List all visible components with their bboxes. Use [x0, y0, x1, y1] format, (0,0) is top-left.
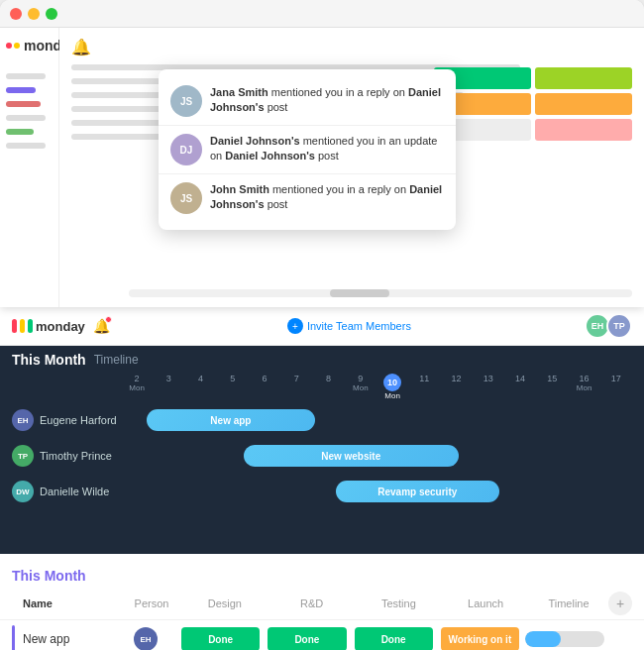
monday-logo-icon: [6, 43, 20, 49]
row-launch-new-app[interactable]: Working on it: [441, 627, 519, 650]
date-2: 2Mon: [121, 374, 153, 400]
app-bar: monday 🔔 + Invite Team Members EH TP: [0, 307, 644, 346]
notification-dropdown: JS Jana Smith mentioned you in a reply o…: [159, 69, 456, 230]
date-7: 7: [280, 374, 312, 400]
person-avatar-eugene: EH: [12, 409, 34, 431]
browser-window: monday 🔔: [0, 0, 644, 307]
grid-row-3: [434, 119, 632, 141]
timeline-subtitle: Timeline: [94, 353, 139, 367]
plus-circle-icon: +: [287, 318, 303, 334]
table-column-headers: Name Person Design R&D Testing Launch Ti…: [0, 588, 644, 620]
sidebar-logo-area: monday: [6, 38, 53, 54]
grid-cell-pink-1: [535, 119, 632, 141]
row-accent-new-app: [12, 625, 15, 650]
grid-cell-lightgreen-1: [535, 67, 632, 89]
sidebar-nav-3[interactable]: [6, 101, 41, 107]
col-header-plus[interactable]: +: [608, 592, 632, 615]
table-rows: New app EH Done Done Done Working on it …: [0, 620, 644, 650]
row-testing-new-app[interactable]: Done: [355, 627, 433, 650]
col-header-testing: Testing: [356, 597, 443, 609]
maximize-dot[interactable]: [46, 8, 57, 20]
app-main: 🔔: [59, 28, 644, 307]
timeline-month-label: This Month: [12, 352, 86, 368]
col-header-timeline: Timeline: [529, 597, 608, 609]
date-14: 14: [504, 374, 536, 400]
table-section: This Month Name Person Design R&D Testin…: [0, 554, 644, 650]
timeline-bar-new-app[interactable]: New app: [147, 409, 315, 431]
person-timothy: TP Timothy Prince: [12, 445, 121, 467]
add-column-button[interactable]: +: [608, 592, 632, 615]
status-grid: [434, 67, 632, 145]
row-timeline-new-app: [525, 631, 604, 647]
person-name-danielle: Danielle Wilde: [40, 486, 109, 497]
grid-row-2: [434, 93, 632, 115]
timeline-bar-area-2: New website: [121, 442, 632, 470]
col-header-design: Design: [181, 597, 268, 609]
scroll-thumb[interactable]: [330, 289, 389, 297]
timeline-bar-area-3: Revamp security: [121, 478, 632, 505]
date-3: 3: [153, 374, 184, 400]
sidebar-nav-2[interactable]: [6, 87, 36, 93]
app-bar-logo-text: monday: [36, 319, 85, 334]
person-eugene: EH Eugene Harford: [12, 409, 121, 431]
col-header-person: Person: [122, 597, 181, 609]
monday-logo-small: monday: [12, 319, 85, 334]
logo-bar-green: [28, 319, 33, 333]
invite-team-button[interactable]: + Invite Team Members: [287, 318, 411, 334]
timeline-bar-new-website[interactable]: New website: [244, 445, 459, 467]
date-4: 4: [185, 374, 217, 400]
sidebar-nav-5[interactable]: [6, 129, 34, 135]
notif-text-2: Daniel Johnson's mentioned you in an upd…: [210, 134, 444, 164]
bottom-section: monday 🔔 + Invite Team Members EH TP Thi…: [0, 307, 644, 650]
timeline-row-3: DW Danielle Wilde Revamp security: [12, 478, 632, 505]
browser-content: monday 🔔: [0, 28, 644, 307]
notification-item-2[interactable]: DJ Daniel Johnson's mentioned you in an …: [159, 126, 456, 174]
timeline-bar-revamp-security[interactable]: Revamp security: [336, 481, 499, 502]
person-avatar-danielle: DW: [12, 481, 34, 502]
notif-text-3: John Smith mentioned you in a reply on D…: [210, 182, 444, 213]
col-header-name: Name: [23, 597, 122, 609]
user-avatar-2: TP: [606, 313, 632, 339]
notification-item-1[interactable]: JS Jana Smith mentioned you in a reply o…: [159, 77, 456, 126]
notif-avatar-2: DJ: [170, 134, 202, 165]
col-header-rnd: R&D: [268, 597, 356, 609]
date-9: 9Mon: [345, 374, 376, 400]
notification-item-3[interactable]: JS John Smith mentioned you in a reply o…: [159, 174, 456, 222]
close-dot[interactable]: [10, 8, 22, 20]
person-avatar-row-1: EH: [134, 627, 158, 650]
table-header-row: This Month: [0, 564, 644, 588]
timeline-date-header: 2Mon 3 4 5 6 7 8 9Mon 10 Mon 11 12 13 14…: [0, 370, 644, 402]
date-16: 16Mon: [569, 374, 600, 400]
notification-badge: [105, 316, 112, 323]
grid-row-1: [434, 67, 632, 89]
row-design-new-app[interactable]: Done: [181, 627, 260, 650]
person-name-timothy: Timothy Prince: [40, 450, 112, 462]
row-rnd-new-app[interactable]: Done: [268, 627, 346, 650]
user-avatar-group: EH TP: [589, 313, 632, 339]
notif-text-1: Jana Smith mentioned you in a reply on D…: [210, 85, 444, 116]
date-6: 6: [249, 374, 280, 400]
sidebar-nav-1[interactable]: [6, 73, 46, 79]
timeline-bar-area-1: New app: [121, 406, 632, 434]
bell-badge[interactable]: 🔔: [93, 318, 110, 334]
person-name-eugene: Eugene Harford: [40, 414, 117, 426]
date-15: 15: [536, 374, 568, 400]
app-sidebar: monday: [0, 28, 59, 307]
horizontal-scrollbar[interactable]: [129, 289, 632, 297]
notif-avatar-3: JS: [170, 182, 202, 214]
minimize-dot[interactable]: [28, 8, 40, 20]
date-17: 17: [600, 374, 632, 400]
sidebar-nav-4[interactable]: [6, 115, 46, 121]
logo-dot-yellow: [14, 43, 20, 49]
app-bar-left: monday 🔔: [12, 318, 110, 334]
timeline-dates: 2Mon 3 4 5 6 7 8 9Mon 10 Mon 11 12 13 14…: [121, 374, 632, 400]
col-header-launch: Launch: [442, 597, 529, 609]
bell-icon[interactable]: 🔔: [71, 38, 91, 56]
logo-bar-yellow: [20, 319, 25, 333]
sidebar-nav-6[interactable]: [6, 143, 46, 149]
logo-dot-red: [6, 43, 12, 49]
date-8: 8: [313, 374, 345, 400]
timeline-rows: EH Eugene Harford New app TP Timothy Pri…: [0, 402, 644, 509]
browser-titlebar: [0, 0, 644, 28]
row-name-new-app: New app: [23, 632, 112, 646]
